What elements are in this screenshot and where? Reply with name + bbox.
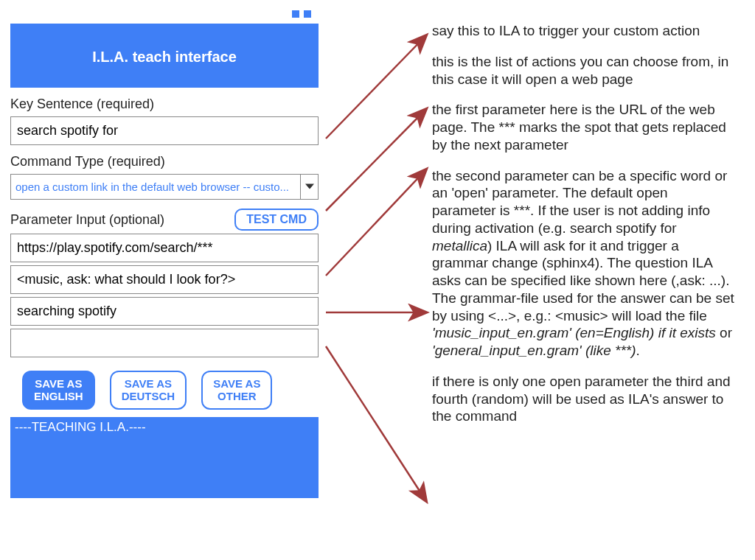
dropdown-button[interactable] bbox=[300, 175, 318, 199]
svg-line-4 bbox=[326, 346, 426, 501]
parameter-input-label: Parameter Input (optional) bbox=[10, 212, 164, 228]
annotation-2: this is the list of actions you can choo… bbox=[432, 53, 734, 88]
console-text: ----TEACHING I.L.A.---- bbox=[15, 420, 146, 434]
chevron-down-icon bbox=[305, 181, 314, 194]
window-dots bbox=[292, 10, 311, 18]
param2-input[interactable] bbox=[10, 265, 319, 294]
annotations: say this to ILA to trigger your custom a… bbox=[432, 22, 734, 438]
dot-icon bbox=[292, 10, 299, 18]
dot-icon bbox=[304, 10, 311, 18]
param3-input[interactable] bbox=[10, 297, 319, 326]
svg-line-0 bbox=[326, 35, 426, 139]
command-type-value: open a custom link in the default web br… bbox=[11, 175, 300, 199]
annotation-5: if there is only one open parameter the … bbox=[432, 373, 734, 425]
test-cmd-button[interactable]: TEST CMD bbox=[234, 209, 319, 231]
command-type-select[interactable]: open a custom link in the default web br… bbox=[10, 174, 319, 200]
param4-input[interactable] bbox=[10, 329, 319, 357]
command-type-label: Command Type (required) bbox=[10, 154, 319, 169]
svg-line-2 bbox=[326, 169, 426, 276]
teach-panel: I.L.A. teach interface Key Sentence (req… bbox=[10, 10, 319, 498]
console-output: ----TEACHING I.L.A.---- bbox=[10, 417, 319, 498]
annotation-1: say this to ILA to trigger your custom a… bbox=[432, 22, 734, 40]
save-deutsch-button[interactable]: SAVE AS DEUTSCH bbox=[110, 371, 187, 410]
annotation-4: the second parameter can be a specific w… bbox=[432, 167, 734, 360]
param1-input[interactable] bbox=[10, 234, 319, 262]
panel-title: I.L.A. teach interface bbox=[92, 49, 237, 65]
save-other-button[interactable]: SAVE AS OTHER bbox=[201, 371, 272, 410]
annotation-3: the first parameter here is the URL of t… bbox=[432, 101, 734, 153]
save-english-button[interactable]: SAVE AS ENGLISH bbox=[22, 371, 95, 410]
panel-header: I.L.A. teach interface bbox=[10, 24, 319, 88]
svg-line-1 bbox=[326, 109, 426, 211]
key-sentence-label: Key Sentence (required) bbox=[10, 97, 319, 112]
key-sentence-input[interactable] bbox=[10, 116, 319, 145]
